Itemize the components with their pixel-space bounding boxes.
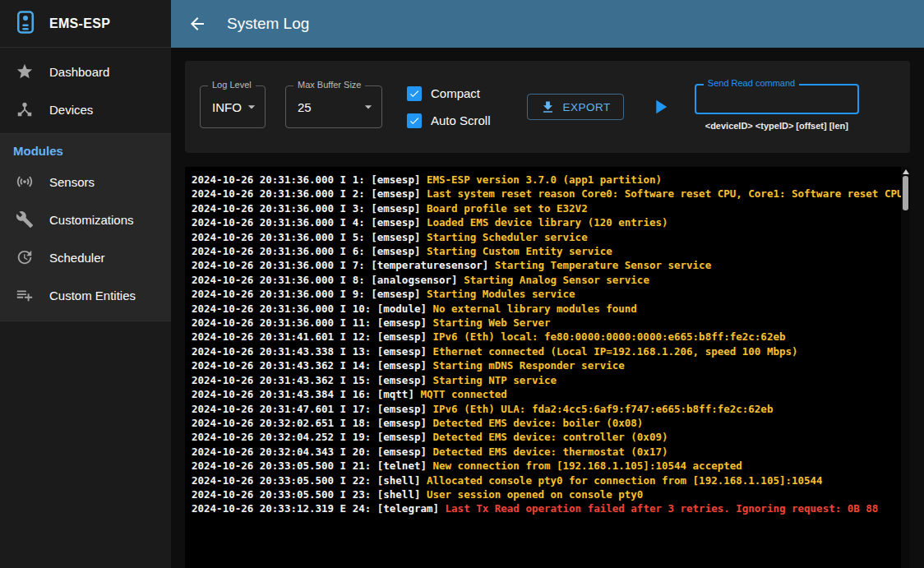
playlist-add-icon bbox=[15, 285, 35, 305]
sidebar-item-label: Dashboard bbox=[49, 65, 109, 79]
sidebar-item-customizations[interactable]: Customizations bbox=[0, 201, 171, 238]
page-title: System Log bbox=[227, 15, 309, 33]
scrollbar-thumb[interactable] bbox=[903, 176, 908, 210]
log-line: 2024-10-26 20:31:36.000 I 1: [emsesp] EM… bbox=[192, 173, 902, 187]
arrow-left-icon bbox=[187, 14, 207, 34]
modules-header: Modules bbox=[0, 134, 171, 163]
log-line: 2024-10-26 20:33:05.500 I 23: [shell] Us… bbox=[192, 487, 902, 501]
log-line: 2024-10-26 20:31:41.601 I 12: [emsesp] I… bbox=[192, 330, 902, 344]
main-area: System Log Log Level INFO Max Buffer Siz… bbox=[171, 0, 924, 568]
max-buffer-value: 25 bbox=[298, 100, 312, 114]
log-line: 2024-10-26 20:32:04.343 I 20: [emsesp] D… bbox=[192, 445, 902, 459]
send-read-field[interactable]: Send Read command bbox=[695, 84, 859, 114]
log-line: 2024-10-26 20:32:04.252 I 19: [emsesp] D… bbox=[192, 430, 902, 444]
device-hub-icon bbox=[15, 99, 35, 119]
sidebar-item-label: Custom Entities bbox=[49, 289, 136, 302]
sidebar-item-devices[interactable]: Devices bbox=[0, 90, 171, 128]
autoscroll-checkbox-row[interactable]: Auto Scroll bbox=[407, 113, 491, 128]
log-controls-card: Log Level INFO Max Buffer Size 25 bbox=[185, 61, 910, 153]
modules-section: Modules Sensors Customizations Scheduler bbox=[0, 134, 171, 321]
log-line: 2024-10-26 20:31:36.000 I 6: [emsesp] St… bbox=[192, 244, 902, 258]
app-root: EMS-ESP Dashboard Devices Modules bbox=[0, 0, 924, 568]
star-icon bbox=[15, 62, 35, 81]
sidebar-item-scheduler[interactable]: Scheduler bbox=[0, 238, 171, 276]
log-line: 2024-10-26 20:31:43.362 I 15: [emsesp] S… bbox=[192, 373, 902, 387]
log-line: 2024-10-26 20:32:02.651 I 18: [emsesp] D… bbox=[192, 416, 902, 430]
log-line: 2024-10-26 20:31:47.601 I 17: [emsesp] I… bbox=[192, 402, 902, 416]
log-line: 2024-10-26 20:31:36.000 I 4: [emsesp] Lo… bbox=[192, 215, 902, 229]
sidebar-nav: Dashboard Devices bbox=[0, 48, 171, 134]
sidebar-filler bbox=[0, 321, 171, 568]
log-level-label: Log Level bbox=[208, 80, 256, 90]
appbar: System Log bbox=[171, 0, 924, 48]
log-line: 2024-10-26 20:31:36.000 I 7: [temperatur… bbox=[192, 258, 902, 272]
send-read-field-group: Send Read command <deviceID> <typeID> [o… bbox=[695, 84, 859, 131]
compact-checkbox[interactable] bbox=[407, 86, 422, 101]
sidebar-item-custom-entities[interactable]: Custom Entities bbox=[0, 276, 171, 314]
export-button[interactable]: EXPORT bbox=[527, 94, 624, 120]
log-line: 2024-10-26 20:31:43.384 I 16: [mqtt] MQT… bbox=[192, 387, 902, 401]
check-icon bbox=[409, 87, 420, 100]
sidebar: EMS-ESP Dashboard Devices Modules bbox=[0, 0, 171, 568]
log-line: 2024-10-26 20:31:36.000 I 5: [emsesp] St… bbox=[192, 230, 902, 244]
autoscroll-label: Auto Scroll bbox=[431, 113, 491, 127]
scroll-up-arrow[interactable] bbox=[903, 169, 909, 174]
content: Log Level INFO Max Buffer Size 25 bbox=[171, 48, 924, 568]
chevron-down-icon bbox=[360, 99, 377, 115]
log-panel: 2024-10-26 20:31:36.000 I 1: [emsesp] EM… bbox=[185, 167, 910, 568]
app-logo-icon bbox=[13, 10, 38, 38]
checkbox-group: Compact Auto Scroll bbox=[407, 86, 491, 128]
clock-update-icon bbox=[15, 247, 35, 267]
app-logo-row: EMS-ESP bbox=[0, 0, 171, 48]
sensors-icon bbox=[15, 172, 35, 192]
log-line: 2024-10-26 20:31:36.000 I 11: [emsesp] S… bbox=[192, 316, 902, 330]
log-output: 2024-10-26 20:31:36.000 I 1: [emsesp] EM… bbox=[185, 167, 910, 568]
play-icon bbox=[649, 95, 672, 118]
log-line: 2024-10-26 20:33:12.319 E 24: [telegram]… bbox=[192, 501, 902, 515]
log-line: 2024-10-26 20:31:36.000 I 3: [emsesp] Bo… bbox=[192, 201, 902, 215]
send-read-input[interactable] bbox=[696, 85, 857, 113]
log-line: 2024-10-26 20:33:05.500 I 21: [telnet] N… bbox=[192, 459, 902, 473]
send-command-button[interactable] bbox=[647, 94, 673, 120]
max-buffer-select[interactable]: Max Buffer Size 25 bbox=[285, 85, 382, 128]
log-line: 2024-10-26 20:31:36.000 I 9: [emsesp] St… bbox=[192, 287, 902, 301]
max-buffer-label: Max Buffer Size bbox=[293, 80, 365, 90]
log-level-value: INFO bbox=[212, 100, 242, 114]
log-line: 2024-10-26 20:31:36.000 I 2: [emsesp] La… bbox=[192, 187, 902, 201]
scrollbar[interactable] bbox=[901, 167, 910, 568]
download-icon bbox=[540, 99, 556, 115]
compact-label: Compact bbox=[431, 86, 480, 100]
sidebar-item-label: Devices bbox=[49, 103, 93, 117]
log-level-select[interactable]: Log Level INFO bbox=[200, 85, 266, 128]
app-title: EMS-ESP bbox=[49, 16, 110, 31]
sidebar-item-label: Customizations bbox=[49, 213, 134, 227]
send-read-label: Send Read command bbox=[704, 78, 799, 88]
export-label: EXPORT bbox=[563, 101, 611, 113]
back-button[interactable] bbox=[186, 12, 209, 35]
log-line: 2024-10-26 20:33:05.500 I 22: [shell] Al… bbox=[192, 473, 902, 487]
chevron-down-icon bbox=[243, 99, 260, 115]
sidebar-item-label: Scheduler bbox=[49, 251, 105, 265]
log-line: 2024-10-26 20:31:36.000 I 10: [module] N… bbox=[192, 302, 902, 316]
log-line: 2024-10-26 20:31:36.000 I 8: [analogsens… bbox=[192, 273, 902, 287]
sidebar-item-label: Sensors bbox=[49, 175, 95, 189]
command-hint: <deviceID> <typeID> [offset] [len] bbox=[705, 121, 848, 131]
autoscroll-checkbox[interactable] bbox=[407, 113, 422, 128]
check-icon bbox=[409, 114, 420, 127]
wrench-icon bbox=[15, 210, 35, 229]
compact-checkbox-row[interactable]: Compact bbox=[407, 86, 491, 101]
log-line: 2024-10-26 20:31:43.338 I 13: [emsesp] E… bbox=[192, 344, 902, 358]
sidebar-item-dashboard[interactable]: Dashboard bbox=[0, 53, 171, 90]
log-line: 2024-10-26 20:31:43.362 I 14: [emsesp] S… bbox=[192, 358, 902, 372]
sidebar-item-sensors[interactable]: Sensors bbox=[0, 163, 171, 201]
